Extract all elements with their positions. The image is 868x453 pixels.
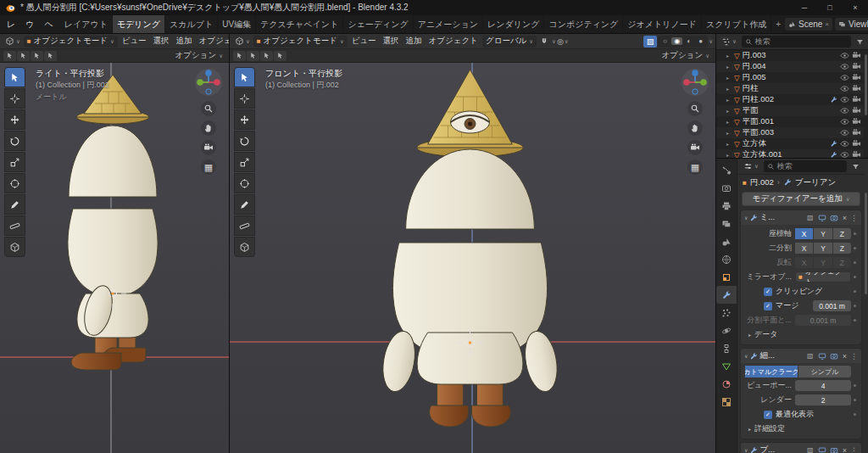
subdivision-type-button[interactable]: シンプル xyxy=(798,366,851,378)
outliner-item[interactable]: ▸ ▽ 平面.001 xyxy=(716,116,864,127)
add-workspace-button[interactable]: + xyxy=(771,20,785,29)
pan-button[interactable] xyxy=(201,120,216,136)
disable-in-render-camera-icon[interactable] xyxy=(852,128,861,137)
bisect-toggle[interactable]: Z xyxy=(833,243,851,254)
bisect-toggle[interactable]: X xyxy=(795,243,813,254)
tab-modifiers[interactable] xyxy=(716,286,737,304)
disable-in-render-camera-icon[interactable] xyxy=(852,95,861,104)
hide-in-viewport-eye-icon[interactable] xyxy=(840,139,849,148)
disable-in-render-camera-icon[interactable] xyxy=(852,117,861,126)
disable-in-render-camera-icon[interactable] xyxy=(852,84,861,93)
hide-in-viewport-eye-icon[interactable] xyxy=(840,84,849,93)
delete-modifier-icon[interactable]: × xyxy=(841,352,849,361)
zoom-button[interactable] xyxy=(687,101,703,116)
scale-tool[interactable] xyxy=(4,152,25,172)
shading-solid-button[interactable]: ◉ xyxy=(671,37,682,45)
hide-in-viewport-eye-icon[interactable] xyxy=(840,95,849,104)
shading-material-button[interactable]: ◐ xyxy=(683,37,694,45)
transform-tool[interactable] xyxy=(234,173,255,193)
options-dropdown[interactable]: オプション ∨ xyxy=(173,50,225,61)
tweak-select-tool[interactable] xyxy=(234,67,255,87)
zoom-button[interactable] xyxy=(201,101,216,116)
render-toggle-icon[interactable] xyxy=(829,213,839,223)
flip-toggle[interactable]: Z xyxy=(833,257,851,268)
tab-texture[interactable] xyxy=(716,393,737,411)
outliner-item[interactable]: ▸ ▽ 円柱 xyxy=(716,83,864,94)
realtime-display-toggle-icon[interactable] xyxy=(817,351,827,361)
character-model-front[interactable] xyxy=(230,63,715,453)
hide-in-viewport-eye-icon[interactable] xyxy=(840,73,849,82)
scene-selector[interactable]: Scene × xyxy=(785,18,832,31)
render-toggle-icon[interactable] xyxy=(829,445,839,453)
toggle-ortho-button[interactable]: ▦ xyxy=(687,159,703,175)
viewport-menu[interactable]: 選択 xyxy=(150,36,173,47)
viewport-menu[interactable]: 選択 xyxy=(380,36,403,47)
tab-object-data[interactable] xyxy=(716,357,737,375)
outliner-scrollbar[interactable] xyxy=(865,54,867,115)
outliner-item[interactable]: ▸ ▽ 円.003 xyxy=(716,50,864,61)
transform-tool[interactable] xyxy=(4,173,25,193)
editor-type-button[interactable]: ∨ xyxy=(741,161,761,172)
outliner-item[interactable]: ▸ ▽ 円.004 xyxy=(716,61,864,72)
axis-toggle[interactable]: X xyxy=(795,228,813,239)
extras-menu-icon[interactable]: ⋮ xyxy=(850,352,858,361)
editor-type-button[interactable]: ∨ xyxy=(3,36,23,47)
cursor-tool[interactable] xyxy=(234,88,255,109)
navigation-gizmo[interactable] xyxy=(194,68,223,97)
bisect-distance-field[interactable]: 0.001 m xyxy=(795,315,851,326)
toggle-ortho-button[interactable]: ▦ xyxy=(201,159,216,175)
viewlayer-selector[interactable]: ViewLayer × xyxy=(835,18,868,31)
disable-in-render-camera-icon[interactable] xyxy=(852,62,861,71)
viewport-side[interactable]: ∨ ■ オブジェクトモード ∨ ビュー選択追加オブジェクト xyxy=(0,34,229,453)
select-mode-new-icon[interactable] xyxy=(233,51,246,61)
editor-type-button[interactable]: ∨ xyxy=(232,36,253,47)
modifier-name[interactable]: ブ... xyxy=(760,445,775,453)
maximize-button[interactable]: □ xyxy=(817,0,843,15)
transform-orientation-dropdown[interactable]: グローバル ∨ xyxy=(482,36,537,48)
shading-wireframe-button[interactable]: ○ xyxy=(659,37,670,45)
tab-material[interactable] xyxy=(716,375,737,393)
select-mode-extend-icon[interactable] xyxy=(17,51,30,61)
outliner-item[interactable]: ▸ ▽ 円.005 xyxy=(716,72,864,83)
disclosure-triangle-icon[interactable]: ▸ xyxy=(726,141,732,147)
viewport-front[interactable]: ∨ ■ オブジェクトモード ∨ ビュー選択追加オブジェクト グローバル ∨ ∨ xyxy=(230,34,715,453)
select-mode-subtract-icon[interactable] xyxy=(260,51,273,61)
workspace-tab[interactable]: コンポジティング xyxy=(544,15,623,33)
flip-toggle[interactable]: X xyxy=(795,257,813,268)
cursor-tool[interactable] xyxy=(4,88,25,109)
extras-menu-icon[interactable]: ⋮ xyxy=(850,214,858,222)
scale-tool[interactable] xyxy=(234,152,255,172)
workspace-tab[interactable]: モデリング xyxy=(113,15,165,33)
tab-physics[interactable] xyxy=(716,322,737,339)
tab-output[interactable] xyxy=(716,197,737,215)
viewport-menu[interactable]: 追加 xyxy=(173,36,196,47)
proportional-edit-icon[interactable]: ◎ xyxy=(557,37,564,46)
properties-scrollbar[interactable] xyxy=(865,193,867,294)
hide-in-viewport-eye-icon[interactable] xyxy=(840,62,849,71)
disable-in-render-camera-icon[interactable] xyxy=(852,106,861,115)
pan-button[interactable] xyxy=(687,120,703,136)
tab-particles[interactable] xyxy=(716,304,737,322)
viewport-menu[interactable]: オブジェクト xyxy=(196,36,229,47)
disclosure-triangle-icon[interactable]: ▸ xyxy=(726,119,732,125)
workspace-tab[interactable]: スカルプト xyxy=(165,15,218,33)
render-toggle-icon[interactable] xyxy=(829,351,839,361)
snap-magnet-button[interactable] xyxy=(537,36,551,48)
viewport-side-canvas[interactable]: ライト・平行投影 (1) Collection | 円.002 メートル xyxy=(0,63,229,453)
mode-dropdown[interactable]: ■ オブジェクトモード ∨ xyxy=(24,36,118,48)
realtime-display-toggle-icon[interactable] xyxy=(817,213,827,223)
workspace-tab[interactable]: テクスチャペイント xyxy=(256,15,343,33)
mirror-modifier-header[interactable]: ∨ ミ... ▧ × ⋮ xyxy=(741,210,861,225)
workspace-tab[interactable]: UV編集 xyxy=(218,15,256,33)
outliner-item[interactable]: ▸ ▽ 立方体.001 xyxy=(716,149,864,158)
filter-button[interactable] xyxy=(849,160,861,172)
modifier-name[interactable]: ミ... xyxy=(760,212,775,223)
rotate-tool[interactable] xyxy=(4,131,25,151)
outliner-search-input[interactable]: 検索 xyxy=(742,36,851,48)
workspace-tab[interactable]: レイアウト xyxy=(60,15,113,33)
disclosure-triangle-icon[interactable]: ▸ xyxy=(726,53,732,59)
annotate-tool[interactable] xyxy=(4,194,25,215)
extras-menu-icon[interactable]: ⋮ xyxy=(850,446,858,453)
subdivision-type-button[interactable]: カトマルクラーク xyxy=(745,366,798,378)
menu-item[interactable]: ウィンドウ xyxy=(20,15,39,33)
